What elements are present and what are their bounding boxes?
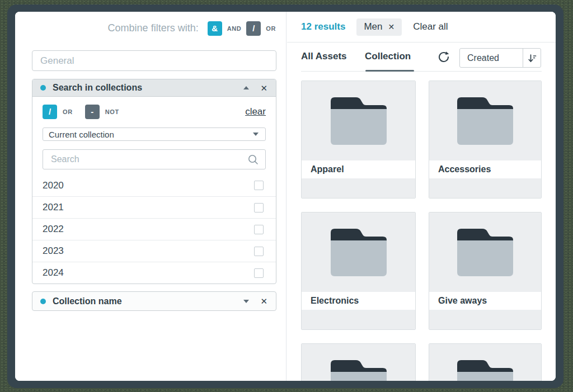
folder-icon bbox=[331, 229, 387, 276]
folder-card-partial[interactable] bbox=[429, 343, 542, 381]
active-tab-underline bbox=[365, 70, 414, 72]
filters-panel: Combine filters with: & AND / OR Search … bbox=[15, 12, 286, 381]
or-operator-label: OR bbox=[63, 108, 73, 115]
folder-thumbnail bbox=[429, 81, 541, 160]
refresh-icon bbox=[436, 50, 451, 64]
close-icon[interactable]: ✕ bbox=[260, 84, 267, 92]
chevron-down-icon bbox=[253, 133, 259, 136]
collection-name-panel: Collection name ✕ bbox=[32, 291, 276, 311]
search-in-collections-panel: Search in collections ✕ / OR - NOT clear… bbox=[32, 79, 276, 284]
folder-icon bbox=[331, 360, 387, 381]
sort-box: Created bbox=[459, 48, 541, 68]
active-filter-dot-icon bbox=[40, 299, 46, 304]
collections-operator-row: / OR - NOT clear bbox=[43, 105, 266, 119]
results-bar: 12 results Men ✕ Clear all bbox=[287, 12, 556, 42]
combine-and-label: AND bbox=[227, 25, 242, 32]
folder-grid: Apparel Accessories bbox=[301, 81, 542, 381]
folder-name: Apparel bbox=[302, 160, 415, 178]
folder-icon bbox=[331, 97, 387, 145]
folder-name: Accessories bbox=[429, 160, 541, 178]
year-row-2022[interactable]: 2022 bbox=[32, 218, 276, 240]
not-operator-label: NOT bbox=[105, 108, 119, 115]
collection-name-title: Collection name bbox=[53, 296, 243, 306]
folder-card-partial[interactable] bbox=[301, 343, 416, 381]
folder-thumbnail bbox=[302, 81, 415, 160]
app-window: Combine filters with: & AND / OR Search … bbox=[7, 4, 563, 388]
combine-filters-row: Combine filters with: & AND / OR bbox=[108, 21, 276, 36]
tab-collection[interactable]: Collection bbox=[365, 51, 411, 62]
search-icon bbox=[247, 154, 259, 165]
folder-card-footer bbox=[429, 178, 541, 198]
folder-name: Electronics bbox=[302, 292, 415, 310]
collection-scope-select[interactable]: Current collection bbox=[43, 127, 266, 141]
folder-card-footer bbox=[429, 310, 541, 329]
sort-descending-icon bbox=[527, 53, 537, 63]
combine-or-button[interactable]: / bbox=[246, 21, 261, 36]
folder-icon bbox=[457, 360, 513, 381]
collections-search-box bbox=[43, 149, 266, 169]
combine-filters-label: Combine filters with: bbox=[108, 22, 199, 34]
folder-thumbnail bbox=[429, 344, 541, 381]
year-2022-checkbox[interactable] bbox=[254, 225, 264, 234]
year-row-2020[interactable]: 2020 bbox=[32, 174, 276, 196]
not-operator-button[interactable]: - bbox=[85, 105, 100, 119]
sort-direction-button[interactable] bbox=[523, 49, 541, 67]
folder-thumbnail bbox=[302, 344, 415, 381]
collection-name-header[interactable]: Collection name ✕ bbox=[32, 292, 276, 310]
collections-year-list: 2020 2021 2022 2023 bbox=[32, 174, 276, 284]
tabs-baseline bbox=[301, 71, 542, 72]
app-window-content: Combine filters with: & AND / OR Search … bbox=[15, 12, 556, 381]
year-2021-checkbox[interactable] bbox=[254, 203, 264, 212]
folder-icon bbox=[457, 97, 513, 145]
year-2020-checkbox[interactable] bbox=[254, 181, 264, 190]
results-count: 12 results bbox=[301, 21, 345, 32]
search-in-collections-title: Search in collections bbox=[53, 83, 243, 93]
folder-card-footer bbox=[302, 310, 415, 329]
folder-thumbnail bbox=[429, 212, 541, 292]
search-in-collections-header[interactable]: Search in collections ✕ bbox=[32, 79, 276, 97]
year-2024-checkbox[interactable] bbox=[254, 268, 264, 278]
folder-name: Give aways bbox=[429, 292, 541, 310]
combine-and-button[interactable]: & bbox=[208, 21, 222, 36]
folder-card-footer bbox=[302, 178, 415, 198]
clear-filter-link[interactable]: clear bbox=[245, 106, 266, 117]
active-filter-dot-icon bbox=[40, 85, 46, 91]
chevron-down-icon[interactable] bbox=[243, 300, 249, 303]
close-icon[interactable]: ✕ bbox=[260, 297, 267, 305]
refresh-button[interactable] bbox=[436, 50, 452, 65]
year-row-2024[interactable]: 2024 bbox=[32, 262, 276, 284]
folder-card-accessories[interactable]: Accessories bbox=[429, 81, 542, 199]
results-bar-divider bbox=[287, 42, 556, 42]
folder-thumbnail bbox=[302, 212, 415, 292]
collections-search-input[interactable] bbox=[44, 154, 247, 164]
year-row-2021[interactable]: 2021 bbox=[32, 196, 276, 218]
year-2023-checkbox[interactable] bbox=[254, 247, 264, 256]
combine-or-label: OR bbox=[266, 25, 276, 32]
results-panel: 12 results Men ✕ Clear all All Assets Co… bbox=[287, 12, 556, 381]
or-operator-button[interactable]: / bbox=[43, 105, 57, 119]
folder-card-give-aways[interactable]: Give aways bbox=[429, 212, 542, 330]
tab-all-assets[interactable]: All Assets bbox=[301, 51, 347, 62]
sort-field-select[interactable]: Created bbox=[460, 49, 523, 67]
chip-close-icon[interactable]: ✕ bbox=[388, 23, 394, 31]
clear-all-button[interactable]: Clear all bbox=[413, 21, 448, 32]
folder-card-electronics[interactable]: Electronics bbox=[301, 212, 416, 330]
folder-card-apparel[interactable]: Apparel bbox=[301, 81, 416, 199]
year-row-2023[interactable]: 2023 bbox=[32, 240, 276, 262]
folder-icon bbox=[457, 229, 513, 276]
collapse-up-icon[interactable] bbox=[243, 86, 249, 89]
filter-chip-men[interactable]: Men ✕ bbox=[356, 18, 402, 36]
general-filter-input[interactable] bbox=[32, 50, 276, 71]
collection-scope-value: Current collection bbox=[49, 130, 253, 139]
